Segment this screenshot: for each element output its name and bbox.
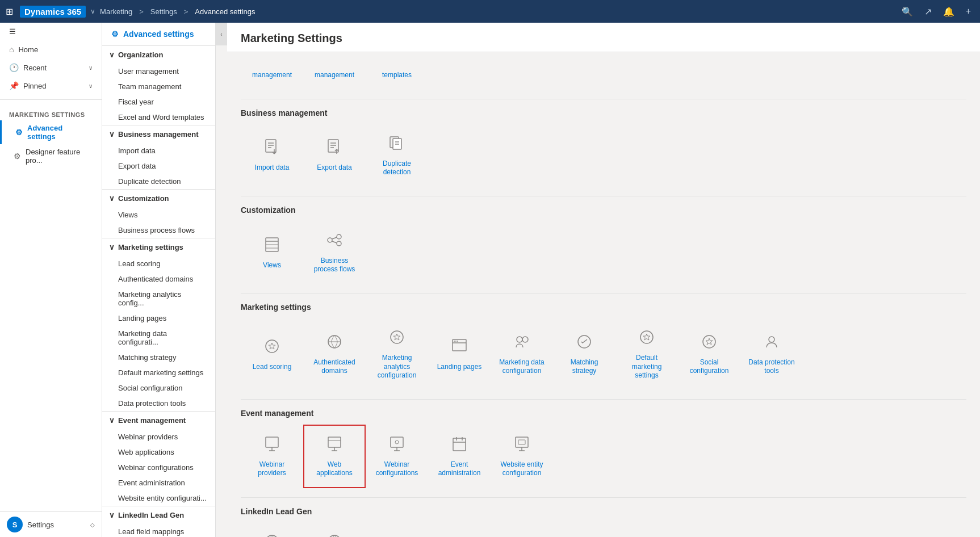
sidebar-item-hamburger[interactable]: ☰ bbox=[0, 23, 102, 40]
left-panel-item-duplicate-detection[interactable]: Duplicate detection bbox=[102, 174, 215, 189]
tile-data-protection-tools[interactable]: Data protection tools bbox=[740, 318, 803, 390]
tile-lead-matching-strategy[interactable]: Lead matching strategy bbox=[303, 523, 366, 537]
tile-management2-label: management bbox=[315, 71, 354, 80]
tile-landing-pages[interactable]: Landing pages bbox=[428, 318, 491, 390]
waffle-icon[interactable]: ⊞ bbox=[6, 6, 13, 17]
sidebar-item-recent[interactable]: 🕐 Recent ∨ bbox=[0, 58, 102, 77]
external-link-icon[interactable]: ↗ bbox=[924, 6, 932, 17]
sidebar-item-home[interactable]: ⌂ Home bbox=[0, 40, 102, 58]
tile-webinar-configurations[interactable]: Webinar configurations bbox=[366, 425, 428, 488]
tile-marketing-analytics-config[interactable]: Marketing analytics configuration bbox=[366, 318, 428, 390]
main-layout: ☰ ⌂ Home 🕐 Recent ∨ 📌 Pinned ∨ Marketing… bbox=[0, 23, 980, 537]
bell-icon[interactable]: 🔔 bbox=[943, 6, 954, 17]
tile-social-configuration[interactable]: Social configuration bbox=[678, 318, 740, 390]
left-panel-item-social-config[interactable]: Social configuration bbox=[102, 380, 215, 396]
left-panel-item-data-protection[interactable]: Data protection tools bbox=[102, 396, 215, 411]
event-mgmt-section: ∨ Event management Webinar providers Web… bbox=[102, 411, 215, 506]
left-panel-item-lead-scoring[interactable]: Lead scoring bbox=[102, 256, 215, 271]
tile-export-data[interactable]: Export data bbox=[303, 124, 366, 187]
tile-templates-label: templates bbox=[382, 71, 412, 80]
section-title-customization: Customization bbox=[241, 205, 966, 215]
svg-line-19 bbox=[332, 237, 337, 239]
org-section-header[interactable]: ∨ Organization bbox=[102, 46, 215, 64]
svg-point-18 bbox=[337, 241, 341, 246]
customization-chevron-icon: ∨ bbox=[109, 194, 115, 203]
left-panel-item-authenticated-domains[interactable]: Authenticated domains bbox=[102, 271, 215, 287]
web-applications-icon bbox=[325, 435, 344, 456]
tile-webinar-providers[interactable]: Webinar providers bbox=[241, 425, 303, 488]
search-icon[interactable]: 🔍 bbox=[902, 6, 913, 17]
duplicate-detection-icon bbox=[388, 134, 406, 155]
tile-marketing-analytics-config-label: Marketing analytics configuration bbox=[371, 354, 423, 380]
user-area[interactable]: S Settings ◇ bbox=[0, 511, 102, 537]
left-panel-item-event-admin[interactable]: Event administration bbox=[102, 475, 215, 490]
biz-mgmt-section-header[interactable]: ∨ Business management bbox=[102, 125, 215, 143]
tile-duplicate-detection-label: Duplicate detection bbox=[371, 160, 423, 177]
sidebar-item-advanced-settings[interactable]: ⚙ Advanced settings bbox=[0, 120, 102, 144]
tile-matching-strategy[interactable]: Matching strategy bbox=[553, 318, 615, 390]
left-panel-item-web-applications[interactable]: Web applications bbox=[102, 444, 215, 460]
tile-bpf[interactable]: Business process flows bbox=[303, 221, 366, 284]
tile-authenticated-domains[interactable]: Authenticated domains bbox=[303, 318, 366, 390]
tile-views[interactable]: Views bbox=[241, 221, 303, 284]
sidebar-item-pinned[interactable]: 📌 Pinned ∨ bbox=[0, 77, 102, 95]
tile-webinar-configurations-label: Webinar configurations bbox=[371, 460, 423, 478]
collapse-panel-button[interactable]: ‹ bbox=[216, 23, 227, 45]
linkedin-section-header[interactable]: ∨ LinkedIn Lead Gen bbox=[102, 506, 215, 524]
advanced-settings-icon: ⚙ bbox=[15, 128, 23, 137]
top-navigation: ⊞ Dynamics 365 ∨ Marketing > Settings > … bbox=[0, 0, 980, 23]
tile-import-data[interactable]: Import data bbox=[241, 124, 303, 187]
left-panel-item-lead-field-mappings[interactable]: Lead field mappings bbox=[102, 524, 215, 537]
section-title-linkedin: LinkedIn Lead Gen bbox=[241, 507, 966, 516]
left-panel-item-views[interactable]: Views bbox=[102, 207, 215, 223]
section-title-marketing-settings: Marketing settings bbox=[241, 303, 966, 312]
left-panel-item-team-management[interactable]: Team management bbox=[102, 79, 215, 94]
left-panel-title: Advanced settings bbox=[123, 30, 194, 39]
sidebar-recent-label: Recent bbox=[23, 64, 47, 72]
left-panel-item-bpf[interactable]: Business process flows bbox=[102, 223, 215, 238]
left-panel-item-webinar-providers[interactable]: Webinar providers bbox=[102, 429, 215, 444]
marketing-settings-section-header[interactable]: ∨ Marketing settings bbox=[102, 238, 215, 256]
left-panel-item-matching-strategy[interactable]: Matching strategy bbox=[102, 350, 215, 365]
tiles-business-management: Import data Export data bbox=[241, 124, 966, 187]
main-content: Marketing Settings management management… bbox=[227, 23, 980, 537]
tile-templates[interactable]: templates bbox=[366, 61, 428, 90]
tile-management1[interactable]: management bbox=[241, 61, 303, 90]
sidebar-item-designer-feature[interactable]: ⚙ Designer feature pro... bbox=[0, 144, 102, 168]
tile-website-entity-config[interactable]: Website entity configuration bbox=[491, 425, 553, 488]
left-panel-item-webinar-configs[interactable]: Webinar configurations bbox=[102, 460, 215, 475]
left-panel-item-import-data[interactable]: Import data bbox=[102, 143, 215, 158]
customization-section-header[interactable]: ∨ Customization bbox=[102, 190, 215, 207]
tile-lead-field-mappings[interactable]: Lead field mappings bbox=[241, 523, 303, 537]
tile-management2[interactable]: management bbox=[303, 61, 366, 90]
tile-event-administration[interactable]: Event administration bbox=[428, 425, 491, 488]
tile-views-label: Views bbox=[263, 261, 281, 270]
left-panel-item-excel-word[interactable]: Excel and Word templates bbox=[102, 110, 215, 125]
tile-duplicate-detection[interactable]: Duplicate detection bbox=[366, 124, 428, 187]
left-panel-item-export-data[interactable]: Export data bbox=[102, 158, 215, 174]
recent-icon: 🕐 bbox=[9, 63, 19, 72]
sidebar-pinned-label: Pinned bbox=[23, 82, 46, 90]
event-mgmt-section-header[interactable]: ∨ Event management bbox=[102, 412, 215, 429]
left-panel-item-marketing-data[interactable]: Marketing data configurati... bbox=[102, 326, 215, 350]
tile-lead-scoring[interactable]: Lead scoring bbox=[241, 318, 303, 390]
left-panel-item-landing-pages[interactable]: Landing pages bbox=[102, 311, 215, 326]
user-chevron-icon: ◇ bbox=[90, 522, 95, 528]
svg-rect-47 bbox=[453, 438, 466, 451]
left-panel-item-marketing-analytics[interactable]: Marketing analytics config... bbox=[102, 287, 215, 311]
left-panel-item-default-marketing[interactable]: Default marketing settings bbox=[102, 365, 215, 380]
add-icon[interactable]: + bbox=[966, 6, 971, 16]
left-panel-item-user-management[interactable]: User management bbox=[102, 64, 215, 79]
app-chevron-icon[interactable]: ∨ bbox=[90, 7, 95, 15]
svg-rect-39 bbox=[328, 437, 341, 447]
tile-web-applications[interactable]: Web applications bbox=[303, 425, 366, 488]
app-name[interactable]: Dynamics 365 bbox=[20, 6, 86, 18]
marketing-settings-chevron-icon: ∨ bbox=[109, 243, 115, 251]
tiles-marketing-settings: Lead scoring Authenticated domains bbox=[241, 318, 966, 390]
tile-landing-pages-label: Landing pages bbox=[437, 363, 482, 372]
tile-marketing-data-config[interactable]: Marketing data configuration bbox=[491, 318, 553, 390]
tile-default-marketing-settings[interactable]: Default marketing settings bbox=[615, 318, 678, 390]
left-panel-item-fiscal-year[interactable]: Fiscal year bbox=[102, 94, 215, 110]
left-panel-item-website-entity[interactable]: Website entity configurati... bbox=[102, 490, 215, 506]
tile-event-administration-label: Event administration bbox=[433, 460, 485, 478]
